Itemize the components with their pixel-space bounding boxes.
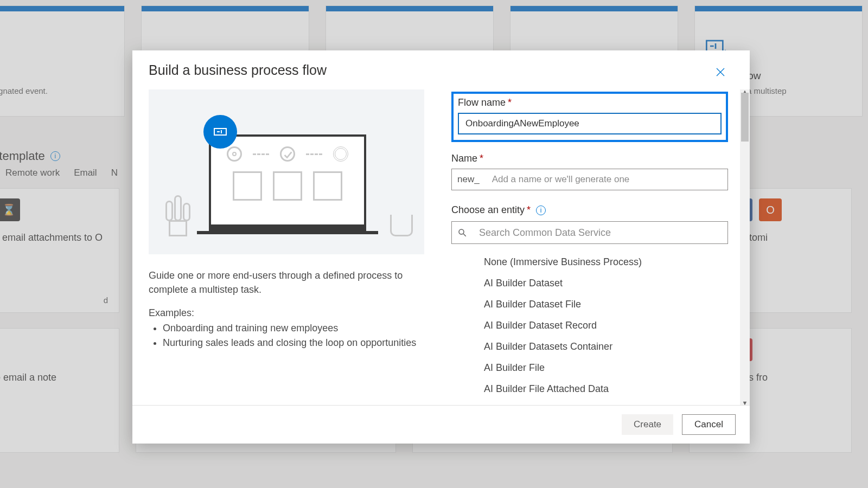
- flow-name-label: Flow name*: [458, 97, 722, 108]
- svg-point-4: [459, 229, 464, 234]
- scrollbar[interactable]: ▲ ▼: [740, 89, 750, 405]
- entity-option[interactable]: None (Immersive Business Process): [451, 252, 728, 273]
- examples-heading: Examples:: [149, 307, 424, 319]
- entity-option[interactable]: AI Builder File: [451, 357, 728, 378]
- entity-option[interactable]: AI Builder Dataset: [451, 273, 728, 294]
- example-item: Nurturing sales leads and closing the lo…: [163, 336, 424, 350]
- flow-name-highlight: Flow name*: [451, 92, 728, 142]
- name-input[interactable]: [486, 169, 727, 190]
- dialog-description: Guide one or more end-users through a de…: [149, 268, 404, 297]
- flow-name-input[interactable]: [458, 113, 722, 134]
- create-button[interactable]: Create: [622, 414, 673, 435]
- entity-option[interactable]: AI Builder Dataset Record: [451, 315, 728, 336]
- entity-search[interactable]: [451, 221, 728, 244]
- dialog-title: Build a business process flow: [149, 62, 327, 78]
- entity-search-input[interactable]: [473, 222, 722, 243]
- entity-list: None (Immersive Business Process) AI Bui…: [451, 252, 728, 393]
- illustration: [149, 89, 424, 254]
- name-prefix: new_: [452, 174, 486, 185]
- close-button[interactable]: [711, 62, 730, 82]
- bpf-badge-icon: [203, 115, 237, 149]
- example-item: Onboarding and training new employees: [163, 321, 424, 336]
- name-field[interactable]: new_: [451, 169, 728, 190]
- entity-label: Choose an entity*: [451, 204, 531, 216]
- build-bpf-dialog: Build a business process flow: [132, 50, 750, 444]
- examples-list: Onboarding and training new employees Nu…: [163, 321, 424, 350]
- svg-rect-3: [214, 129, 226, 135]
- entity-option[interactable]: AI Builder File Attached Data: [451, 378, 728, 393]
- info-icon[interactable]: i: [536, 206, 546, 215]
- scroll-thumb[interactable]: [741, 93, 749, 142]
- entity-option[interactable]: AI Builder Dataset File: [451, 294, 728, 315]
- cancel-button[interactable]: Cancel: [682, 414, 736, 435]
- entity-option[interactable]: AI Builder Datasets Container: [451, 336, 728, 357]
- search-icon: [457, 228, 467, 237]
- name-label: Name*: [451, 153, 728, 164]
- scroll-down-icon[interactable]: ▼: [740, 398, 750, 405]
